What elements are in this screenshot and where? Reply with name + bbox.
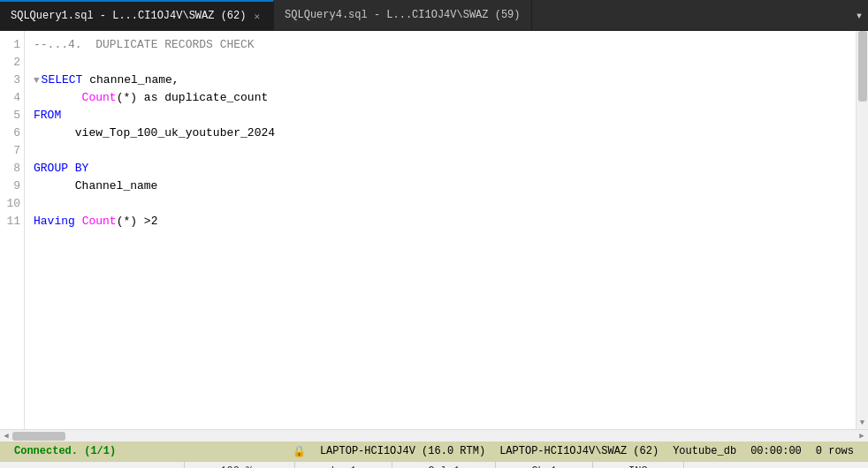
h-scrollbar-thumb[interactable]	[12, 432, 65, 441]
h-scrollbar-left-button[interactable]: ◀	[0, 430, 12, 442]
instance-info: LAPTOP-HCI1OJ4V\SWAZ (62)	[492, 442, 666, 461]
nav-ins: INS	[593, 462, 684, 468]
code-token: DUPLICATE RECORDS CHECK	[95, 36, 254, 54]
h-scrollbar-right-button[interactable]: ▶	[856, 430, 868, 442]
code-token: Having	[34, 213, 75, 230]
tab-sqlquery4-label: SQLQuery4.sql - L...CI1OJ4V\SWAZ (59)	[285, 9, 520, 21]
code-token: Count	[82, 89, 117, 107]
server-info: LAPTOP-HCI1OJ4V (16.0 RTM)	[313, 442, 492, 461]
editor-scrollbar[interactable]: ▲ ▼	[856, 31, 868, 429]
code-token: Channel_name	[34, 177, 157, 195]
tab-sqlquery4[interactable]: SQLQuery4.sql - L...CI1OJ4V\SWAZ (59)	[274, 0, 531, 30]
nav-bar: 100 % ▾ Ln 1 Col 1 Ch 1 INS	[0, 461, 868, 468]
rows-info: 0 rows	[809, 442, 861, 461]
table-row: Having Count(*) >2	[34, 213, 847, 230]
code-token: SELECT	[42, 72, 83, 89]
table-row: Channel_name	[34, 177, 847, 195]
code-token	[75, 213, 82, 230]
collapse-icon[interactable]: ▼	[34, 72, 40, 89]
h-scrollbar-track[interactable]	[12, 430, 856, 442]
code-token: (*)	[117, 89, 137, 107]
scrollbar-down-button[interactable]: ▼	[857, 417, 869, 429]
tab-sqlquery1-close[interactable]: ✕	[251, 10, 263, 23]
tab-bar: SQLQuery1.sql - L...CI1OJ4V\SWAZ (62) ✕ …	[0, 0, 868, 31]
database-info: Youtube_db	[666, 442, 743, 461]
code-token: channel_name,	[82, 72, 179, 89]
line-numbers: 1234567891011	[0, 31, 25, 429]
editor-container: 1234567891011 --...4. DUPLICATE RECORDS …	[0, 31, 868, 429]
tab-sqlquery1-label: SQLQuery1.sql - L...CI1OJ4V\SWAZ (62)	[11, 10, 246, 22]
table-row	[34, 54, 847, 72]
nav-ch: Ch 1	[496, 462, 593, 468]
time-info: 00:00:00	[743, 442, 809, 461]
table-row: --...4. DUPLICATE RECORDS CHECK	[34, 36, 847, 54]
code-area[interactable]: --...4. DUPLICATE RECORDS CHECK ▼SELECT …	[25, 31, 856, 429]
tab-scroll-button[interactable]: ▾	[850, 0, 868, 31]
lock-icon: 🔒	[286, 442, 313, 461]
tab-sqlquery1[interactable]: SQLQuery1.sql - L...CI1OJ4V\SWAZ (62) ✕	[0, 0, 274, 30]
table-row: Count(*) as duplicate_count	[34, 89, 847, 107]
nav-col: Col 1	[392, 462, 496, 468]
code-token: FROM	[34, 107, 61, 125]
code-token: (*) >2	[117, 213, 158, 230]
status-bar: Connected. (1/1) 🔒 LAPTOP-HCI1OJ4V (16.0…	[0, 442, 868, 461]
horizontal-scrollbar: ◀ ▶	[0, 429, 868, 442]
nav-zoom: 100 % ▾	[184, 462, 295, 468]
connection-status: Connected. (1/1)	[7, 442, 123, 461]
code-token: view_Top_100_uk_youtuber_2024	[34, 125, 275, 142]
table-row	[34, 142, 847, 160]
nav-ln: Ln 1	[295, 462, 392, 468]
table-row	[34, 195, 847, 213]
code-token	[34, 89, 82, 107]
code-token: Count	[82, 213, 117, 230]
code-token: as duplicate_count	[137, 89, 268, 107]
table-row: GROUP BY	[34, 160, 847, 177]
code-token: --...4.	[34, 36, 95, 54]
table-row: view_Top_100_uk_youtuber_2024	[34, 125, 847, 142]
table-row: FROM	[34, 107, 847, 125]
code-token: GROUP BY	[34, 160, 88, 177]
table-row: ▼SELECT channel_name,	[34, 72, 847, 89]
scrollbar-thumb[interactable]	[858, 31, 867, 102]
